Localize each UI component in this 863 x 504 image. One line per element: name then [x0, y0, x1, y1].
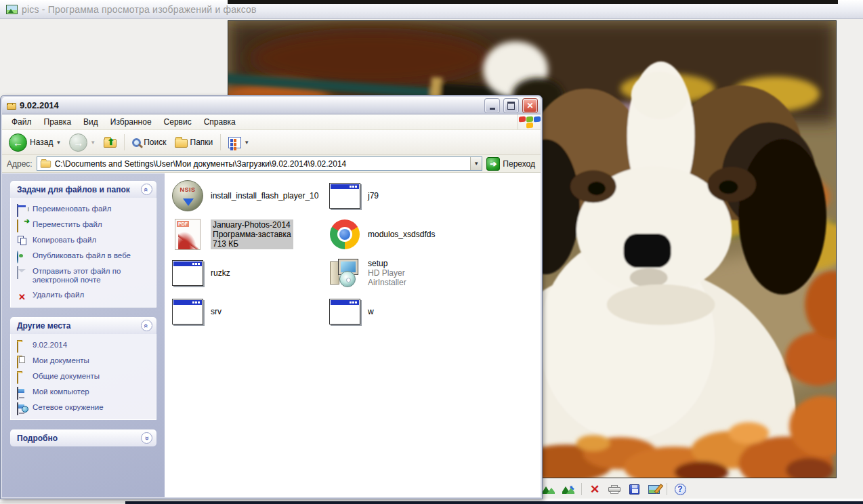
- views-dropdown-icon[interactable]: ▼: [244, 140, 249, 146]
- menu-view[interactable]: Вид: [77, 115, 104, 129]
- address-path: C:\Documents and Settings\User\Мои докум…: [55, 159, 468, 169]
- place-folder-9022014[interactable]: 9.02.2014: [17, 341, 150, 350]
- up-folder-icon: ⬆: [104, 139, 117, 148]
- place-shared-documents[interactable]: Общие документы: [17, 372, 150, 381]
- pdf-document-icon: [175, 219, 201, 250]
- my-documents-icon: [17, 356, 28, 366]
- expand-chevron-icon[interactable]: «: [141, 432, 152, 444]
- back-button[interactable]: ← Назад ▼: [6, 132, 64, 153]
- folders-icon: [175, 139, 188, 148]
- menu-help[interactable]: Справка: [198, 115, 242, 129]
- maximize-button[interactable]: [504, 99, 518, 112]
- views-button[interactable]: ▼: [226, 135, 252, 150]
- edit-icon[interactable]: [647, 483, 660, 495]
- toolbar-separator: [581, 483, 582, 495]
- save-icon[interactable]: [627, 483, 641, 495]
- file-srv[interactable]: srv: [170, 299, 327, 324]
- search-button[interactable]: Поиск: [129, 136, 169, 148]
- file-w[interactable]: w: [327, 299, 484, 324]
- other-places-panel: Другие места « 9.02.2014 Мои документы: [10, 317, 156, 420]
- best-fit-icon[interactable]: [542, 483, 555, 495]
- top-dark-strip: [228, 0, 838, 4]
- details-panel: Подробно «: [10, 429, 156, 446]
- menu-edit[interactable]: Правка: [38, 115, 78, 129]
- file-j79[interactable]: j79: [327, 183, 484, 209]
- explorer-sidebar: Задачи для файлов и папок « Переименоват…: [2, 173, 165, 497]
- viewer-toolbar: ⬉ ✕ ?: [542, 480, 687, 498]
- back-label: Назад: [30, 138, 53, 147]
- close-button[interactable]: ✕: [523, 99, 537, 112]
- address-label: Адрес:: [7, 159, 33, 169]
- task-publish-file[interactable]: Опубликовать файл в вебе: [17, 251, 150, 261]
- file-ruzkz[interactable]: ruzkz: [170, 260, 327, 286]
- menu-tools[interactable]: Сервис: [158, 115, 198, 129]
- actual-size-icon[interactable]: ⬉: [562, 483, 575, 495]
- explorer-toolbar: ← Назад ▼ → ▼ ⬆ Поиск Папки: [2, 130, 541, 155]
- collapse-chevron-icon[interactable]: «: [141, 184, 152, 195]
- task-move-file[interactable]: Переместить файл: [17, 220, 150, 230]
- file-tasks-header[interactable]: Задачи для файлов и папок «: [10, 181, 156, 198]
- network-places-icon: [17, 403, 28, 413]
- place-my-computer[interactable]: Мой компьютер: [17, 387, 150, 397]
- file-setup[interactable]: setup HD Player AirInstaller: [327, 259, 484, 287]
- file-tasks-title: Задачи для файлов и папок: [17, 185, 130, 194]
- forward-button[interactable]: → ▼: [66, 132, 98, 153]
- chrome-icon: [330, 219, 360, 249]
- file-modulos-xsdsdfds[interactable]: modulos_xsdsdfds: [327, 219, 484, 249]
- go-arrow-icon: ➔: [486, 157, 500, 171]
- toolbar-separator: [667, 483, 667, 495]
- menu-favorites[interactable]: Избранное: [104, 115, 158, 129]
- address-folder-icon: [41, 161, 51, 167]
- details-header[interactable]: Подробно «: [10, 429, 156, 446]
- my-computer-icon: [17, 387, 28, 397]
- up-button[interactable]: ⬆: [101, 135, 119, 149]
- rename-icon: [17, 205, 28, 214]
- menu-file[interactable]: Файл: [5, 115, 38, 129]
- toolbar-separator: [220, 134, 221, 150]
- picture-viewer-icon: [6, 5, 18, 14]
- file-january-photos-2014[interactable]: January-Photos-2014 Программа-заставка 7…: [170, 219, 327, 250]
- folder-icon: [7, 103, 16, 110]
- file-tasks-panel: Задачи для файлов и папок « Переименоват…: [10, 181, 156, 308]
- collapse-chevron-icon[interactable]: «: [141, 320, 152, 331]
- explorer-menubar: Файл Правка Вид Избранное Сервис Справка: [2, 114, 541, 130]
- application-window-icon: [172, 299, 203, 324]
- task-email-file[interactable]: Отправить этот файл по электронной почте: [17, 267, 150, 285]
- delete-icon[interactable]: ✕: [588, 483, 602, 495]
- address-input[interactable]: C:\Documents and Settings\User\Мои докум…: [37, 156, 483, 171]
- application-window-icon: [329, 299, 360, 324]
- task-copy-file[interactable]: Копировать файл: [17, 236, 150, 245]
- search-icon: [132, 138, 141, 147]
- application-window-icon: [172, 260, 203, 286]
- search-label: Поиск: [144, 138, 166, 147]
- folders-button[interactable]: Папки: [172, 135, 216, 149]
- go-button[interactable]: ➔ Переход: [486, 157, 538, 171]
- back-arrow-icon: ←: [9, 133, 27, 152]
- email-icon: [17, 267, 28, 276]
- place-network[interactable]: Сетевое окружение: [17, 403, 150, 413]
- task-rename-file[interactable]: Переименовать файл: [17, 205, 150, 214]
- file-install-flash-player[interactable]: install_install_flash_player_10: [170, 180, 327, 211]
- move-icon: [17, 220, 28, 230]
- other-places-title: Другие места: [17, 321, 70, 331]
- forward-arrow-icon: →: [69, 133, 87, 152]
- back-dropdown-icon[interactable]: ▼: [56, 140, 61, 146]
- print-icon[interactable]: [608, 483, 621, 495]
- viewer-title: pics - Программа просмотра изображений и…: [22, 4, 257, 15]
- bottom-edge: [125, 501, 863, 504]
- explorer-titlebar[interactable]: 9.02.2014 ✕: [2, 97, 541, 114]
- folder-icon: [17, 341, 28, 350]
- setup-cd-icon: [329, 259, 361, 287]
- toolbar-separator: [124, 134, 125, 150]
- publish-web-icon: [17, 251, 28, 261]
- task-delete-file[interactable]: ✕ Удалить файл: [17, 291, 150, 300]
- explorer-title: 9.02.2014: [20, 100, 480, 110]
- other-places-header[interactable]: Другие места «: [10, 317, 156, 334]
- shared-documents-icon: [17, 372, 28, 381]
- application-window-icon: [329, 183, 360, 209]
- minimize-button[interactable]: [485, 99, 499, 112]
- windows-logo-icon: [518, 114, 541, 129]
- place-my-documents[interactable]: Мои документы: [17, 356, 150, 366]
- help-icon[interactable]: ?: [673, 483, 687, 495]
- address-dropdown-icon[interactable]: ▼: [470, 157, 482, 170]
